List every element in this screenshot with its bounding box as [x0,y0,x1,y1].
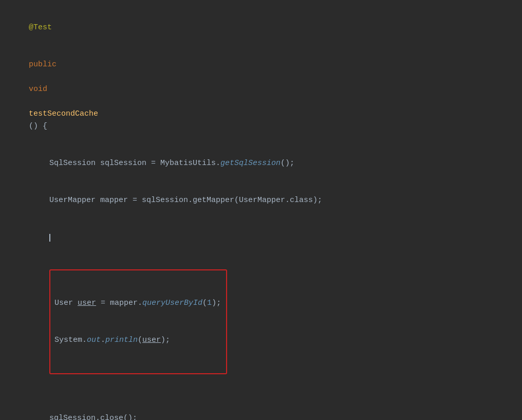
highlight-line-1b: System.out.println(user); [54,334,221,346]
line-usermapper-1: UserMapper mapper = sqlSession.getMapper… [10,182,512,219]
line-method-decl: public void testSecondCache () { [10,46,512,145]
line-sqlsession-1: SqlSession sqlSession = MybatisUtils.get… [10,145,512,182]
line-annotation: @Test [10,9,512,46]
highlighted-block-1: User user = mapper.queryUserById(1); Sys… [10,256,512,388]
highlight-section-1: User user = mapper.queryUserById(1); Sys… [49,269,227,374]
highlight-line-1a: User user = mapper.queryUserById(1); [54,297,221,309]
line-close-1: sqlSession.close(); [10,400,512,420]
line-cursor [10,219,512,256]
line-empty-1 [10,388,512,400]
code-editor: @Test public void testSecondCache () { S… [10,9,512,420]
text-cursor [49,234,50,242]
